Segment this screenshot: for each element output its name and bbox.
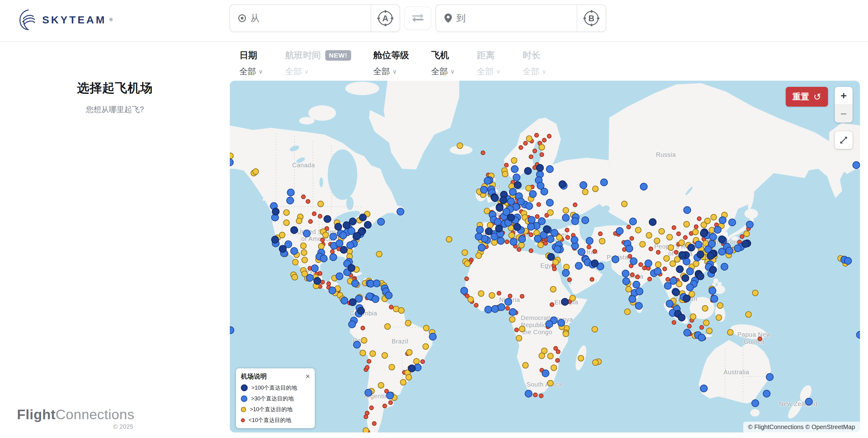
airport-dot[interactable]	[648, 246, 653, 251]
airport-dot[interactable]	[327, 281, 331, 286]
airport-dot[interactable]	[686, 284, 694, 291]
airport-dot[interactable]	[377, 218, 385, 225]
airport-dot[interactable]	[311, 264, 319, 272]
to-input[interactable]	[454, 13, 577, 23]
airport-dot[interactable]	[550, 286, 556, 292]
airport-dot[interactable]	[504, 163, 509, 167]
airport-dot[interactable]	[539, 394, 544, 398]
airport-dot[interactable]	[484, 306, 492, 314]
airport-dot[interactable]	[317, 214, 322, 218]
airport-dot[interactable]	[283, 220, 290, 226]
airport-dot[interactable]	[373, 279, 380, 287]
airport-dot[interactable]	[370, 350, 376, 357]
airport-dot[interactable]	[547, 235, 554, 243]
airport-dot[interactable]	[644, 259, 652, 267]
airport-dot[interactable]	[314, 277, 321, 285]
airport-dot[interactable]	[361, 337, 367, 343]
airport-dot[interactable]	[578, 355, 584, 362]
airport-dot[interactable]	[717, 302, 723, 309]
airport-dot[interactable]	[405, 320, 411, 326]
airport-dot[interactable]	[703, 319, 709, 326]
airport-dot[interactable]	[497, 303, 505, 311]
airport-dot[interactable]	[464, 276, 469, 281]
marker-a-button[interactable]: A	[371, 5, 400, 31]
airport-dot[interactable]	[714, 226, 721, 234]
airport-dot[interactable]	[361, 325, 365, 330]
airport-dot[interactable]	[621, 200, 627, 207]
airport-dot[interactable]	[346, 242, 354, 249]
airport-dot[interactable]	[537, 242, 544, 248]
airport-dot[interactable]	[540, 188, 548, 195]
airport-dot[interactable]	[741, 240, 749, 248]
airport-dot[interactable]	[692, 229, 699, 235]
airport-dot[interactable]	[676, 231, 681, 236]
airport-dot[interactable]	[523, 141, 528, 146]
airport-dot[interactable]	[734, 244, 742, 252]
airport-dot[interactable]	[303, 229, 310, 237]
airport-dot[interactable]	[376, 251, 382, 257]
airport-dot[interactable]	[290, 247, 298, 255]
airport-dot[interactable]	[581, 217, 589, 224]
airport-dot[interactable]	[542, 138, 547, 142]
airport-dot[interactable]	[317, 200, 324, 207]
airport-dot[interactable]	[556, 350, 560, 354]
airport-dot[interactable]	[538, 144, 545, 150]
airport-dot[interactable]	[524, 167, 532, 175]
airport-dot[interactable]	[400, 379, 406, 385]
airport-dot[interactable]	[719, 217, 726, 224]
airport-dot[interactable]	[347, 264, 355, 272]
airport-dot[interactable]	[522, 362, 529, 368]
airport-dot[interactable]	[484, 177, 491, 185]
airport-dot[interactable]	[353, 232, 361, 240]
airport-dot[interactable]	[552, 267, 557, 271]
airport-dot[interactable]	[461, 287, 468, 294]
airport-dot[interactable]	[599, 238, 606, 244]
airport-dot[interactable]	[536, 164, 544, 172]
zoom-in-button[interactable]: +	[835, 87, 852, 105]
airport-dot[interactable]	[353, 341, 361, 348]
airport-dot[interactable]	[698, 334, 706, 341]
airport-dot[interactable]	[279, 232, 285, 239]
airport-dot[interactable]	[721, 263, 728, 271]
airport-dot[interactable]	[626, 245, 633, 252]
airport-dot[interactable]	[672, 320, 676, 325]
airport-dot[interactable]	[382, 404, 387, 408]
airport-dot[interactable]	[562, 214, 569, 222]
airport-dot[interactable]	[306, 274, 314, 282]
airport-dot[interactable]	[312, 211, 317, 216]
airport-dot[interactable]	[678, 314, 685, 321]
airport-dot[interactable]	[502, 170, 508, 177]
airport-dot[interactable]	[852, 161, 860, 169]
airport-dot[interactable]	[683, 294, 690, 302]
airport-dot[interactable]	[687, 324, 691, 328]
airport-dot[interactable]	[423, 343, 429, 350]
airport-dot[interactable]	[324, 215, 332, 223]
airport-dot[interactable]	[336, 272, 343, 280]
airport-dot[interactable]	[508, 293, 513, 298]
airport-dot[interactable]	[398, 307, 404, 314]
airport-dot[interactable]	[678, 240, 685, 246]
airport-dot[interactable]	[306, 199, 310, 204]
airport-dot[interactable]	[526, 135, 532, 142]
airport-dot[interactable]	[683, 221, 690, 227]
airport-dot[interactable]	[726, 247, 734, 254]
airport-dot[interactable]	[230, 326, 235, 334]
airport-dot[interactable]	[360, 350, 366, 356]
airport-dot[interactable]	[497, 291, 501, 295]
airport-dot[interactable]	[565, 228, 569, 232]
airport-dot[interactable]	[291, 274, 298, 281]
airport-dot[interactable]	[592, 185, 598, 192]
airport-dot[interactable]	[752, 289, 758, 296]
airport-dot[interactable]	[336, 239, 343, 247]
airport-dot[interactable]	[706, 327, 713, 334]
airport-dot[interactable]	[766, 373, 774, 381]
airport-dot[interactable]	[690, 314, 696, 320]
airport-dot[interactable]	[622, 277, 630, 285]
airport-dot[interactable]	[844, 257, 852, 264]
airport-dot[interactable]	[640, 183, 648, 190]
airport-dot[interactable]	[590, 277, 594, 282]
airport-dot[interactable]	[679, 251, 686, 259]
airport-dot[interactable]	[365, 389, 372, 397]
airport-dot[interactable]	[555, 358, 560, 363]
airport-dot[interactable]	[686, 268, 694, 275]
